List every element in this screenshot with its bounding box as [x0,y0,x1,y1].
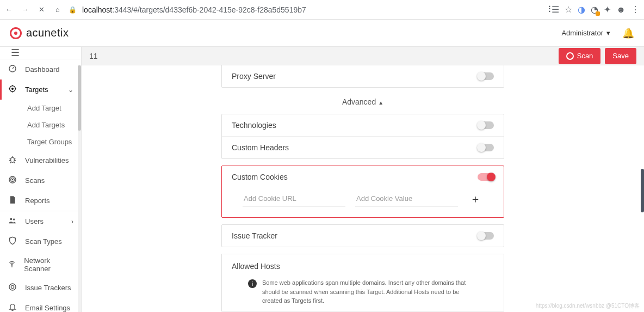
antenna-icon [8,260,16,270]
panel-issue-tracker: Issue Tracker [222,225,504,247]
browser-nav: ← → ✕ ⌂ [4,5,62,14]
user-label: Administrator [561,29,603,37]
sidebar-item-email-settings[interactable]: Email Settings [0,298,81,312]
info-icon: i [248,279,257,288]
bug-icon [8,155,17,166]
panel-label: Technologies [232,121,276,130]
hamburger-icon[interactable]: ☰ [0,47,81,59]
users-icon [8,216,17,227]
svg-point-7 [10,218,12,220]
notifications-icon[interactable]: 🔔 [622,27,634,39]
main-area: 11 Scan Save Proxy Server Advanced▲ [82,47,644,312]
sidebar-item-label: Vulnerabilities [25,156,69,164]
sidebar-item-reports[interactable]: Reports [0,191,81,211]
panel-label: Allowed Hosts [232,262,494,271]
caret-up-icon: ▲ [378,100,383,106]
sidebar-item-add-target[interactable]: Add Target [0,100,81,117]
stop-icon[interactable]: ✕ [37,5,46,14]
translate-icon[interactable]: ⠸☰ [545,4,559,15]
tracker-icon [8,283,17,293]
sidebar-item-add-targets[interactable]: Add Targets [0,117,81,133]
sidebar-item-label: Network Scanner [24,256,73,273]
page-title: 11 [89,52,98,60]
panel-label: Proxy Server [232,72,276,81]
svg-point-2 [12,88,14,90]
panel-custom-cookies: Custom Cookies ＋ [221,166,504,218]
panel-proxy-server: Proxy Server [222,65,504,87]
sidebar-item-label: Email Settings [25,304,70,312]
svg-point-8 [13,218,15,220]
sidebar-item-label: Issue Trackers [25,284,71,292]
url-text: localhost:3443/#/targets/d433ef6b-2042-4… [82,5,306,14]
radar-icon [8,175,17,186]
content-scroll: Proxy Server Advanced▲ Technologies Cust… [82,65,644,312]
panel-allowed-hosts: Allowed Hosts i Some web applications sp… [221,254,504,311]
gauge-icon [8,64,17,75]
brand-logo-icon [10,27,22,39]
sidebar-item-targets[interactable]: Targets ⌄ [0,79,81,100]
svg-point-6 [12,179,13,180]
back-icon[interactable]: ← [4,5,13,14]
sidebar-item-target-groups[interactable]: Target Groups [0,133,81,150]
bell-outline-icon [8,303,17,312]
chevron-down-icon: ⌄ [68,86,73,94]
sidebar: ☰ Dashboard Targets ⌄ Add Target Add Tar… [0,47,82,312]
sidebar-item-scan-types[interactable]: Scan Types [0,231,81,252]
sidebar-item-label: Users [25,217,44,225]
profile-icon[interactable]: ☻ [616,5,626,15]
forward-icon: → [21,5,29,14]
browser-actions: ⠸☰ ☆ ◑ ◔ ✦ ☻ ⋮ [545,4,640,15]
sidebar-item-scans[interactable]: Scans [0,170,81,191]
home-icon[interactable]: ⌂ [53,5,62,14]
toggle-issue-tracker[interactable] [478,232,494,240]
sidebar-item-users[interactable]: Users › [0,211,81,231]
brand[interactable]: acunetix [10,27,69,39]
extension2-icon[interactable]: ◔ [591,4,598,15]
cookie-value-input[interactable] [355,191,458,206]
watermark: https://blog.csdn.net/wsnbbz @51CTO博客 [536,302,640,310]
user-menu[interactable]: Administrator ▾ [561,29,610,37]
star-icon[interactable]: ☆ [565,4,572,15]
menu-icon[interactable]: ⋮ [631,4,640,15]
sidebar-item-label: Scan Types [25,237,62,246]
sidebar-scrollbar[interactable] [78,65,81,312]
sidebar-item-issue-trackers[interactable]: Issue Trackers [0,278,81,298]
panel-label: Custom Headers [232,143,289,152]
sidebar-item-label: Reports [25,197,50,205]
save-button[interactable]: Save [605,48,636,64]
sidebar-item-label: Dashboard [25,65,60,74]
toggle-custom-headers[interactable] [478,144,494,151]
sidebar-item-label: Scans [25,176,45,185]
shield-icon [8,236,17,247]
caret-down-icon: ▾ [606,29,610,37]
main-scrollbar[interactable] [640,65,644,312]
crosshair-icon [8,84,17,95]
brand-text: acunetix [26,27,69,39]
chevron-right-icon: › [71,218,73,225]
svg-point-10 [9,284,16,290]
browser-toolbar: ← → ✕ ⌂ 🔒 localhost:3443/#/targets/d433e… [0,0,644,20]
toggle-proxy[interactable] [478,72,494,80]
sidebar-item-vulnerabilities[interactable]: Vulnerabilities [0,150,81,170]
action-bar: 11 Scan Save [82,47,644,65]
address-bar[interactable]: 🔒 localhost:3443/#/targets/d433ef6b-2042… [69,5,538,14]
toggle-technologies[interactable] [478,121,494,129]
panel-label: Issue Tracker [232,231,277,240]
allowed-hosts-info: Some web applications span multiple doma… [262,278,478,305]
toggle-custom-cookies[interactable] [478,173,494,181]
app-header: acunetix Administrator ▾ 🔔 [0,20,644,47]
advanced-toggle[interactable]: Advanced▲ [221,88,504,114]
svg-point-3 [11,157,15,162]
scan-button[interactable]: Scan [559,48,601,64]
sidebar-item-network-scanner[interactable]: Network Scanner [0,252,81,278]
lock-icon: 🔒 [69,6,77,14]
sidebar-item-dashboard[interactable]: Dashboard [0,59,81,79]
panel-technologies: Technologies [222,114,504,136]
extension1-icon[interactable]: ◑ [578,4,585,15]
add-cookie-button[interactable]: ＋ [468,192,483,206]
cookie-url-input[interactable] [243,191,345,206]
file-icon [8,195,17,206]
panel-custom-headers: Custom Headers [222,136,504,158]
extensions-icon[interactable]: ✦ [604,4,611,15]
svg-point-11 [11,285,14,288]
